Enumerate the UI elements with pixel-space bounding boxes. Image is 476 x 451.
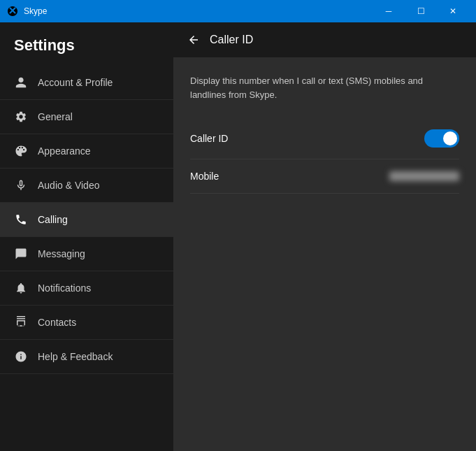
help-label: Help & Feedback xyxy=(38,351,113,362)
caller-id-row: Caller ID xyxy=(190,118,459,159)
calling-label: Calling xyxy=(38,214,68,225)
account-label: Account & Profile xyxy=(38,77,113,88)
sidebar-item-messaging[interactable]: Messaging xyxy=(0,237,173,271)
description-text: Display this number when I call or text … xyxy=(190,74,459,101)
sidebar-item-help[interactable]: Help & Feedback xyxy=(0,340,173,374)
sidebar-item-general[interactable]: General xyxy=(0,100,173,134)
app-icon xyxy=(7,6,18,17)
mobile-value xyxy=(389,171,459,181)
info-icon xyxy=(14,350,28,364)
main-container: Settings Account & Profile General Appea… xyxy=(0,22,476,451)
page-title: Caller ID xyxy=(210,34,253,46)
messaging-label: Messaging xyxy=(38,248,85,259)
sidebar-item-calling[interactable]: Calling xyxy=(0,203,173,237)
contacts-label: Contacts xyxy=(38,317,76,328)
mobile-row: Mobile xyxy=(190,159,459,194)
bell-icon xyxy=(14,281,28,295)
title-bar: Skype ─ ☐ ✕ xyxy=(0,0,476,22)
app-title: Skype xyxy=(24,6,373,16)
close-button[interactable]: ✕ xyxy=(437,0,469,22)
appearance-label: Appearance xyxy=(38,145,91,157)
sidebar-item-notifications[interactable]: Notifications xyxy=(0,271,173,306)
notifications-label: Notifications xyxy=(38,282,91,294)
phone-icon xyxy=(14,213,28,227)
caller-id-toggle[interactable] xyxy=(424,129,459,148)
sidebar-item-appearance[interactable]: Appearance xyxy=(0,134,173,169)
minimize-button[interactable]: ─ xyxy=(373,0,405,22)
gear-icon xyxy=(14,110,28,124)
back-button[interactable] xyxy=(187,34,200,46)
audio-video-label: Audio & Video xyxy=(38,180,99,191)
contacts-icon xyxy=(14,315,28,329)
appearance-icon xyxy=(14,144,28,158)
chat-icon xyxy=(14,247,28,261)
person-icon xyxy=(14,76,28,90)
sidebar: Settings Account & Profile General Appea… xyxy=(0,22,173,451)
sidebar-item-contacts[interactable]: Contacts xyxy=(0,306,173,340)
general-label: General xyxy=(38,111,73,122)
content-body: Display this number when I call or text … xyxy=(173,57,476,451)
settings-header: Settings xyxy=(0,22,173,66)
sidebar-item-audio-video[interactable]: Audio & Video xyxy=(0,169,173,203)
microphone-icon xyxy=(14,178,28,192)
maximize-button[interactable]: ☐ xyxy=(405,0,437,22)
caller-id-label: Caller ID xyxy=(190,133,228,144)
window-controls: ─ ☐ ✕ xyxy=(373,0,469,22)
mobile-label: Mobile xyxy=(190,171,219,182)
content-area: Caller ID Display this number when I cal… xyxy=(173,22,476,451)
content-header: Caller ID xyxy=(173,22,476,57)
sidebar-item-account[interactable]: Account & Profile xyxy=(0,66,173,100)
